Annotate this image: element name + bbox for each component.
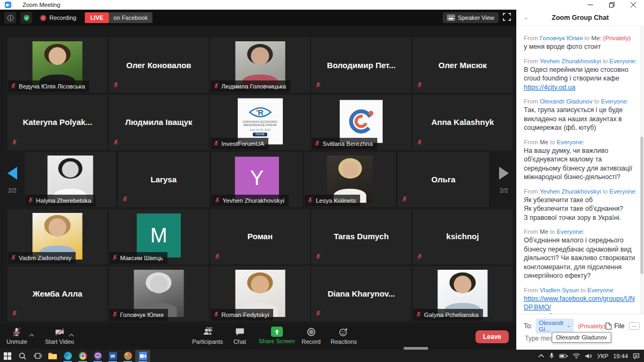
logo-text-line: RENAISSANCE FORUM bbox=[244, 123, 276, 127]
chat-link[interactable]: https://www.facebook.com/groups/UNDP.BMO… bbox=[524, 295, 635, 312]
chat-message-line: https://4city.od.ua bbox=[524, 83, 638, 92]
participant-tile[interactable]: RUKRAINIAN ECONOMICRENAISSANCE FORUMJune… bbox=[210, 95, 310, 150]
participant-tile[interactable]: Halyna Zherebetska bbox=[25, 152, 116, 207]
leave-button[interactable]: Leave bbox=[475, 330, 509, 343]
minimize-button[interactable] bbox=[580, 0, 601, 10]
participant-name-label: Ведуча Юлія Лісовська bbox=[8, 80, 89, 92]
zoom-taskbar-icon[interactable] bbox=[135, 350, 150, 362]
previous-page-button[interactable]: 2/2 bbox=[0, 152, 25, 207]
participant-tile[interactable]: Vadim Zadorozhniy bbox=[8, 209, 107, 264]
participant-name-label: Vadim Zadorozhniy bbox=[8, 252, 76, 264]
participant-tile[interactable]: Головчук Юлия bbox=[109, 266, 209, 321]
chevron-down-icon[interactable]: ⌄ bbox=[524, 14, 528, 20]
action-center-icon[interactable] bbox=[633, 353, 640, 359]
viber-icon[interactable] bbox=[90, 350, 105, 362]
tray-battery-icon[interactable] bbox=[559, 353, 568, 359]
participant-tile[interactable]: Ольга bbox=[398, 152, 489, 207]
participant-tile[interactable]: MМаксим Швець bbox=[109, 209, 209, 264]
tray-volume-icon[interactable] bbox=[585, 353, 592, 359]
participant-tile[interactable]: Larysa bbox=[118, 152, 209, 207]
participant-name: Володимир Пет... bbox=[311, 60, 411, 69]
close-button[interactable] bbox=[623, 0, 644, 10]
participant-name: Svitlana Berezhna bbox=[323, 141, 372, 147]
recipient-dropdown[interactable]: Olexandr Gl... bbox=[536, 319, 574, 334]
more-options-button[interactable]: ... bbox=[629, 322, 640, 330]
language-indicator[interactable]: УКР bbox=[597, 353, 609, 359]
word-icon[interactable]: W bbox=[105, 350, 120, 362]
participant-tile[interactable]: Ведуча Юлія Лісовська bbox=[8, 38, 107, 93]
sender-name: Головчук Юлия bbox=[540, 35, 583, 41]
participant-name: Anna Kalashnyk bbox=[413, 117, 513, 127]
tray-mic-icon[interactable] bbox=[549, 352, 554, 359]
unmute-button[interactable]: Unmute bbox=[6, 327, 27, 345]
participant-tile[interactable]: Anna Kalashnyk bbox=[413, 95, 513, 150]
chat-scrollbar[interactable] bbox=[640, 25, 643, 323]
participant-name-label: Людмила Головчицька bbox=[211, 80, 290, 92]
participant-name: Roman Fedytskyi bbox=[222, 312, 269, 318]
chat-button[interactable]: Chat bbox=[233, 327, 246, 345]
participant-name-label: Svitlana Berezhna bbox=[312, 138, 377, 150]
recipient-name: Everyone: bbox=[557, 228, 584, 235]
clock[interactable]: 19:44 bbox=[613, 353, 628, 359]
chat-message-header: From Yevhen Zhurakhovskyi to Everyone: bbox=[524, 57, 638, 65]
chat-message-line: Об'єднання малого і середнього бізнесу п… bbox=[524, 236, 638, 280]
muted-mic-icon bbox=[213, 310, 219, 320]
participant-tile[interactable]: Олег Мисюк bbox=[413, 38, 513, 93]
participant-tile[interactable]: Kateryna Polyak... bbox=[8, 95, 107, 150]
photo-face bbox=[48, 47, 66, 65]
video-options-caret[interactable] bbox=[69, 329, 74, 339]
chrome-browser-icon[interactable] bbox=[75, 350, 90, 362]
muted-mic-icon bbox=[307, 196, 313, 205]
participants-button[interactable]: 36 Participants bbox=[192, 327, 223, 345]
participant-tile[interactable]: Роман bbox=[210, 209, 310, 264]
participant-tile[interactable]: Galyna Pchelianska bbox=[413, 266, 513, 321]
chat-scrollbar-thumb[interactable] bbox=[640, 137, 643, 274]
chat-link[interactable]: https://4city.od.ua bbox=[524, 84, 575, 91]
muted-mic-icon bbox=[416, 138, 423, 147]
participant-tile[interactable]: Lesya Kolinets bbox=[304, 152, 396, 207]
search-icon[interactable] bbox=[15, 350, 30, 362]
start-button[interactable] bbox=[0, 350, 15, 362]
tray-expand-icon[interactable] bbox=[538, 354, 544, 358]
file-explorer-icon[interactable] bbox=[45, 350, 60, 362]
chat-message: From Me to Everyone:На вашу думку, чи ва… bbox=[524, 138, 638, 182]
participant-tile[interactable]: Володимир Пет... bbox=[311, 38, 411, 93]
muted-mic-icon bbox=[27, 196, 34, 205]
chat-message-line: В Одесі перейняли ідею стосовно croud fo… bbox=[524, 65, 638, 83]
arrow-left-icon bbox=[8, 167, 17, 180]
participant-tile[interactable]: Жемба Алла bbox=[8, 266, 107, 321]
chat-message-line: З правової точки зору в Україні. bbox=[524, 213, 638, 223]
palette-app-icon[interactable] bbox=[120, 350, 135, 362]
share-screen-button[interactable]: Share Screen bbox=[259, 327, 295, 344]
meeting-top-bar: Recording LIVE on Facebook Speaker View bbox=[0, 10, 516, 26]
edge-browser-icon[interactable] bbox=[60, 350, 75, 362]
participant-tile[interactable]: Roman Fedytskyi bbox=[210, 266, 310, 321]
participant-tile[interactable]: Taras Dumych bbox=[311, 209, 411, 264]
next-page-button[interactable]: 2/2 bbox=[492, 152, 516, 207]
recipient-tooltip: Olexandr Gladunov bbox=[552, 332, 611, 343]
participant-name-label: Galyna Pchelianska bbox=[413, 309, 483, 321]
participant-name: Людмила Головчицька bbox=[222, 83, 286, 90]
audio-options-caret[interactable] bbox=[29, 329, 34, 339]
participant-tile[interactable]: Олег Коновалов bbox=[109, 38, 209, 93]
record-button[interactable]: Record bbox=[302, 327, 320, 345]
restore-button[interactable] bbox=[601, 0, 623, 10]
participant-tile[interactable]: Diana Kharynov... bbox=[311, 266, 411, 321]
recording-dot-icon bbox=[41, 16, 46, 20]
participant-tile[interactable]: Людмила Іващук bbox=[109, 95, 209, 150]
privately-label: (Privately) bbox=[578, 323, 606, 329]
participant-tile[interactable]: Svitlana Berezhna bbox=[311, 95, 411, 150]
participant-name: Halyna Zherebetska bbox=[36, 197, 91, 204]
info-icon[interactable] bbox=[4, 12, 16, 24]
task-view-icon[interactable] bbox=[30, 350, 45, 362]
fullscreen-icon[interactable] bbox=[503, 13, 511, 23]
reactions-button[interactable]: Reactions bbox=[331, 327, 357, 345]
muted-mic-icon bbox=[315, 309, 321, 319]
participant-tile[interactable]: YYevhen Zhurakhovskyi bbox=[211, 152, 303, 207]
tray-wifi-icon[interactable] bbox=[573, 353, 580, 359]
speaker-view-button[interactable]: Speaker View bbox=[443, 12, 499, 23]
participant-tile[interactable]: Людмила Головчицька bbox=[210, 38, 310, 93]
encryption-shield-icon[interactable] bbox=[20, 12, 32, 24]
participant-tile[interactable]: ksichnoj bbox=[413, 209, 513, 264]
file-button[interactable]: File bbox=[605, 322, 624, 330]
